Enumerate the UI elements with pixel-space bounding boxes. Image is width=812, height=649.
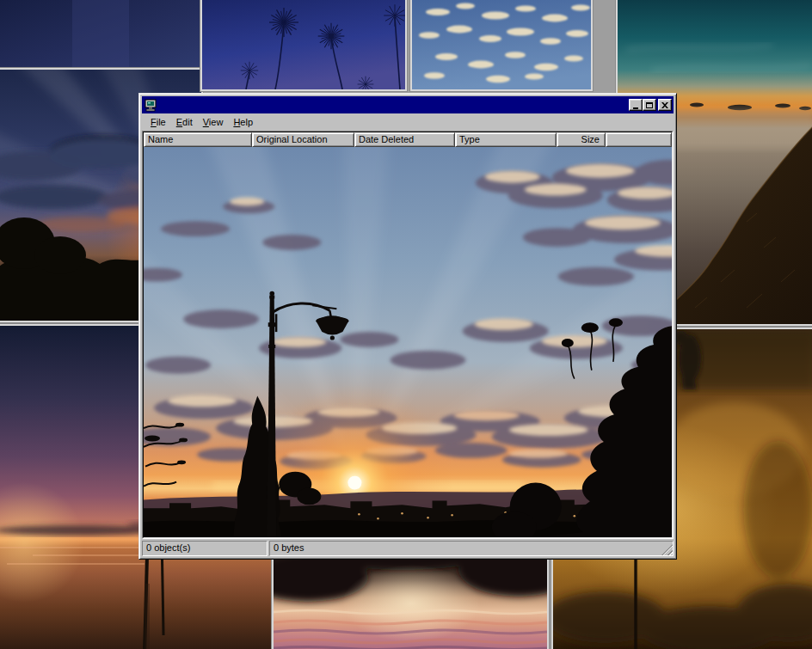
recycle-bin-window: File Edit View Help Name Original Locati…	[138, 93, 677, 560]
wallpaper-tile-altocumulus	[410, 0, 593, 91]
minimize-button[interactable]	[629, 99, 643, 111]
column-header-original-location[interactable]: Original Location	[252, 132, 354, 147]
column-header-date-deleted[interactable]: Date Deleted	[354, 132, 455, 147]
minimize-icon	[633, 107, 638, 109]
menu-bar: File Edit View Help	[142, 113, 674, 131]
menu-file[interactable]: File	[145, 116, 171, 128]
wallpaper-tile-night-sky	[0, 0, 203, 69]
status-bar: 0 object(s) 0 bytes	[142, 541, 674, 556]
altocumulus-photo	[412, 0, 591, 89]
status-objects: 0 object(s)	[142, 541, 268, 556]
maximize-button[interactable]	[643, 99, 656, 111]
list-viewport[interactable]	[144, 147, 672, 537]
sunset-streetlamp-photo	[144, 147, 672, 537]
menu-view[interactable]: View	[198, 116, 229, 128]
menu-edit[interactable]: Edit	[171, 116, 198, 128]
menu-help[interactable]: Help	[228, 116, 258, 128]
maximize-icon	[646, 102, 653, 108]
status-bytes: 0 bytes	[269, 541, 674, 556]
close-icon	[661, 102, 668, 108]
computer-icon	[144, 99, 157, 112]
wallpaper-tile-dandelion	[200, 0, 407, 91]
column-header-type[interactable]: Type	[455, 132, 557, 147]
window-titlebar[interactable]	[142, 96, 674, 113]
close-button[interactable]	[658, 99, 672, 111]
file-list: Name Original Location Date Deleted Type…	[142, 131, 674, 539]
window-controls	[629, 99, 672, 111]
column-header-filler	[606, 132, 672, 147]
column-header-name[interactable]: Name	[144, 132, 252, 147]
night-sky-photo	[0, 0, 201, 67]
column-header-size[interactable]: Size	[557, 132, 606, 147]
column-headers: Name Original Location Date Deleted Type…	[144, 132, 672, 147]
dandelion-photo	[202, 0, 405, 89]
desktop: { "colors":{"titlebar":"#000080","window…	[0, 0, 812, 649]
